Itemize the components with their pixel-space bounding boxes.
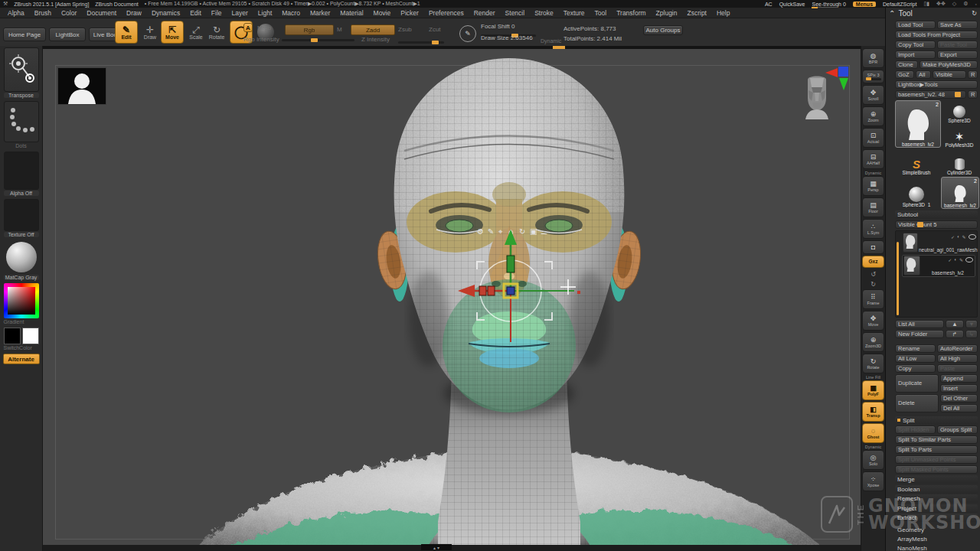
floor-button[interactable]: ▤Floor <box>862 197 884 217</box>
gxz-button[interactable]: Gxz <box>862 256 884 268</box>
local-symmetry-button[interactable]: ∴L.Sym <box>862 219 884 239</box>
menu-stroke[interactable]: Stroke <box>534 9 554 17</box>
goz-button[interactable]: GoZ <box>895 70 914 79</box>
alpha-selector[interactable]: Alpha Off <box>4 152 39 196</box>
nanomesh-section[interactable]: NanoMesh <box>895 544 978 551</box>
split-section-header[interactable]: Split <box>895 416 978 425</box>
tool-basemesh-lv2[interactable]: 2 basemesh_lv2 <box>941 177 979 209</box>
menu-movie[interactable]: Movie <box>374 9 391 17</box>
alternate-button[interactable]: Alternate <box>3 354 40 364</box>
subtool-thumbnail[interactable] <box>903 256 920 276</box>
visible-count-handle[interactable] <box>917 222 923 227</box>
zadd-slider[interactable]: Zadd <box>351 24 395 35</box>
menu-picker[interactable]: Picker <box>400 9 419 17</box>
clone-button[interactable]: Clone <box>895 60 918 69</box>
home-page-button[interactable]: Home Page <box>3 28 46 41</box>
eye-icon[interactable] <box>969 234 976 240</box>
export-button[interactable]: Export <box>937 51 978 59</box>
main-color-swatch[interactable] <box>4 328 21 344</box>
active-tool-slider[interactable]: basemesh_lv2. 48 <box>895 90 966 99</box>
rgb-intensity-slider[interactable] <box>282 39 354 41</box>
aahalf-button[interactable]: ⊟AAHalf <box>862 149 884 169</box>
rename-button[interactable]: Rename <box>895 344 936 353</box>
texture-selector[interactable]: Texture Off <box>4 199 39 237</box>
subtool-brush-icon[interactable]: ✓ <box>948 257 952 262</box>
rotate-3d-button[interactable]: ↻Rotate <box>862 354 884 373</box>
hand-icons[interactable]: ✥✥ <box>936 1 946 7</box>
active-tool-slider-handle[interactable] <box>955 92 961 97</box>
solo-button[interactable]: ◎Solo <box>862 450 884 470</box>
scroll-button[interactable]: ✥Scroll <box>862 85 884 105</box>
edit-mode-button[interactable]: ✎Edit <box>115 21 138 44</box>
menu-stencil[interactable]: Stencil <box>505 9 525 17</box>
eye-icon[interactable] <box>965 257 973 262</box>
extract-section-header[interactable]: Extract <box>895 514 978 522</box>
menu-layer[interactable]: Layer <box>232 9 248 17</box>
goz-r-button[interactable]: R <box>968 70 978 79</box>
menu-transform[interactable]: Transform <box>616 9 645 17</box>
subtool-paint-icon[interactable]: ◐ <box>957 234 960 239</box>
user-icon[interactable]: ◇ <box>952 1 956 7</box>
scroll-up-icon[interactable]: ▴ <box>433 545 436 550</box>
arraymesh-section[interactable]: ArrayMesh <box>895 535 978 544</box>
tool-sphere3d-1[interactable]: Sphere3D_1 <box>895 177 938 207</box>
goz-all-button[interactable]: All <box>916 70 931 79</box>
lightbox-tools-button[interactable]: Lightbox▶Tools <box>895 80 978 89</box>
subtool-paint-icon[interactable]: ◐ <box>954 257 957 262</box>
transpose-tool[interactable]: Transpose <box>4 47 39 98</box>
subtool-brush-icon[interactable]: ✓ <box>951 234 955 240</box>
preview-thumbnail[interactable] <box>57 67 106 105</box>
menu-macro[interactable]: Macro <box>282 9 300 17</box>
persp-button[interactable]: ▦Persp <box>862 176 884 196</box>
move-mode-button[interactable]: ⇱Move <box>161 21 184 44</box>
frame-button[interactable]: ⠿Frame <box>862 289 884 309</box>
menu-document[interactable]: Document <box>87 9 116 17</box>
subtool-pen-icon[interactable]: ✎ <box>962 234 966 240</box>
color-a-toggle[interactable]: A <box>243 23 253 32</box>
material-selector[interactable]: MatCap Gray <box>4 240 39 280</box>
secondary-color-swatch[interactable] <box>22 328 39 344</box>
mrgb-toggle[interactable]: Mrgb <box>257 24 271 31</box>
scroll-down-icon[interactable]: ▾ <box>437 545 439 550</box>
rgb-intensity-handle[interactable] <box>311 38 318 42</box>
camera-next-icon[interactable]: ↻ <box>867 279 880 289</box>
m-toggle[interactable]: M <box>337 26 342 33</box>
lightbox-button[interactable]: LightBox <box>49 28 86 41</box>
subtool-thumbnail[interactable] <box>903 233 918 253</box>
menu-material[interactable]: Material <box>340 9 363 17</box>
camera-prev-icon[interactable]: ↺ <box>867 269 880 279</box>
all-high-button[interactable]: All High <box>937 354 978 363</box>
menu-zplugin[interactable]: Zplugin <box>656 9 678 17</box>
insert-button[interactable]: Insert <box>940 384 978 393</box>
menu-help[interactable]: Help <box>717 9 730 17</box>
goz-visible-button[interactable]: Visible <box>933 70 966 79</box>
zoom3d-button[interactable]: ⊕Zoom3D <box>862 332 884 352</box>
help-circle-icon[interactable]: ◦ <box>975 2 977 7</box>
color-picker-gradient[interactable] <box>4 283 39 318</box>
load-tools-from-project-button[interactable]: Load Tools From Project <box>895 31 978 39</box>
canvas-bottom-scroll-widget[interactable]: ▴▾ <box>421 544 452 550</box>
append-button[interactable]: Append <box>940 374 978 383</box>
default-zscript-button[interactable]: DefaultZScript <box>883 2 916 7</box>
zsub-toggle[interactable]: Zsub <box>398 26 412 33</box>
saturation-square[interactable] <box>8 287 35 315</box>
ghost-button[interactable]: ◌Ghost <box>862 423 884 443</box>
move-to-folder-icon[interactable]: ↱ <box>946 330 964 338</box>
menu-texture[interactable]: Texture <box>564 9 585 17</box>
menu-marker[interactable]: Marker <box>310 9 330 17</box>
load-tool-button[interactable]: Load Tool <box>895 21 936 29</box>
palette-back-icon[interactable]: ⌃ <box>889 9 895 18</box>
copy-tool-button[interactable]: Copy Tool <box>895 41 936 49</box>
dynamic-draw-size-toggle[interactable]: Dynamic <box>541 38 561 44</box>
subtool-section-header[interactable]: Subtool <box>895 210 978 219</box>
menu-alpha[interactable]: Alpha <box>8 9 24 17</box>
transparency-button[interactable]: ◧Transp <box>862 402 884 422</box>
tool-simplebrush[interactable]: S SimpleBrush <box>895 149 938 175</box>
tool-cylinder3d[interactable]: Cylinder3D <box>942 149 976 175</box>
tool-polymesh3d[interactable]: ✶ PolyMesh3D <box>942 125 976 148</box>
geometry-section[interactable]: Geometry <box>895 526 978 535</box>
menu-edit[interactable]: Edit <box>190 9 201 17</box>
boolean-section-header[interactable]: Boolean <box>895 485 978 494</box>
subtool-item-rawmesh[interactable]: ✓◐✎ neutral_agi_001_rawMesh <box>902 233 975 253</box>
gear-icon[interactable]: ⚙ <box>963 1 968 7</box>
